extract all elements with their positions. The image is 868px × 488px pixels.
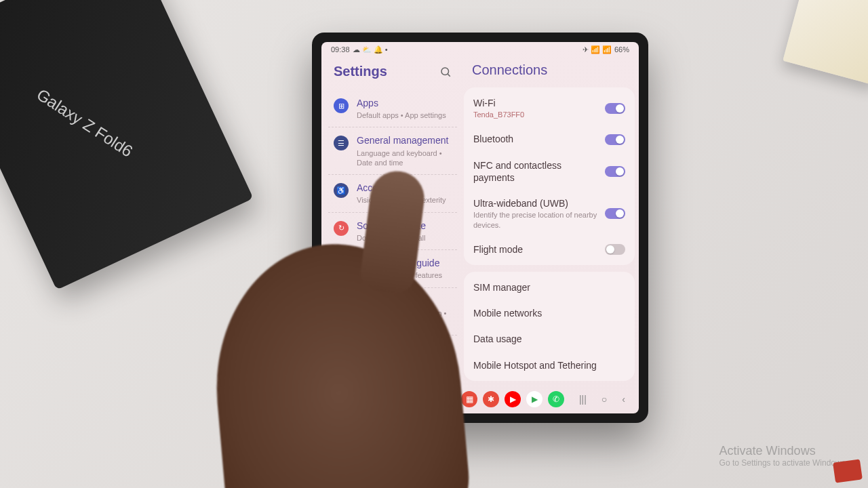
settings-label: Apps [357,97,452,109]
connections-card-2: SIM manager Mobile networks Data usage M… [464,272,635,381]
settings-sub: Default apps • App settings [357,110,452,120]
desk-object [783,0,868,85]
status-left: 09:38 ☁ ⛅ 🔔 • [331,45,388,54]
wifi-toggle[interactable] [605,103,625,114]
settings-label: General management [357,134,452,146]
conn-label: Ultra-wideband (UWB) [473,197,598,209]
general-icon: ☰ [334,136,349,150]
corner-badge-icon [833,459,863,483]
conn-item-nfc[interactable]: NFC and contactless payments [464,152,635,190]
search-icon[interactable] [439,66,452,78]
conn-label: SIM manager [473,281,530,293]
svg-line-1 [448,74,450,76]
settings-item-apps[interactable]: ⊞ Apps Default apps • App settings [328,90,457,127]
app-red-icon[interactable]: ▦ [461,391,477,407]
bluetooth-toggle[interactable] [605,134,625,145]
watermark-sub: Go to Settings to activate Windows. [719,458,848,468]
conn-item-mobile-networks[interactable]: Mobile networks [464,300,635,326]
box-label: Galaxy Z Fold6 [33,85,136,161]
app-star-icon[interactable]: ✱ [483,391,499,407]
settings-header: Settings [326,57,460,90]
nav-buttons: ||| ○ ‹ [579,394,625,405]
whatsapp-icon[interactable]: ✆ [548,391,564,407]
conn-item-sim[interactable]: SIM manager [464,274,635,300]
settings-item-general[interactable]: ☰ General management Language and keyboa… [328,127,457,175]
youtube-icon[interactable]: ▶ [505,391,521,407]
svg-point-0 [441,68,449,75]
flight-mode-toggle[interactable] [605,244,625,255]
conn-item-data-usage[interactable]: Data usage [464,326,635,352]
desk-product-box: Galaxy Z Fold6 [0,0,254,290]
playstore-icon[interactable]: ▶ [526,391,542,407]
conn-item-uwb[interactable]: Ultra-wideband (UWB) Identify the precis… [464,190,635,237]
windows-watermark: Activate Windows Go to Settings to activ… [719,444,848,468]
status-right: ✈ 📶 📶 66% [583,45,629,54]
status-time: 09:38 [331,45,350,54]
conn-label: Mobile Hotspot and Tethering [473,359,597,371]
conn-sub: Tenda_B73FF0 [473,110,598,119]
settings-sub: Language and keyboard • Date and time [357,148,452,168]
back-button[interactable]: ‹ [622,394,625,405]
status-battery: 66% [614,45,629,54]
nfc-toggle[interactable] [605,166,625,177]
conn-item-flight[interactable]: Flight mode [464,237,635,262]
update-icon: ↻ [334,221,349,236]
conn-label: Mobile networks [473,307,542,319]
conn-label: Bluetooth [473,133,598,145]
connections-title: Connections [472,62,627,78]
home-button[interactable]: ○ [601,394,607,405]
apps-icon: ⊞ [334,98,349,113]
connections-header: Connections [464,57,635,87]
conn-item-wifi[interactable]: Wi-Fi Tenda_B73FF0 [464,90,635,126]
conn-item-bluetooth[interactable]: Bluetooth [464,126,635,152]
conn-item-hotspot[interactable]: Mobile Hotspot and Tethering [464,352,635,378]
conn-label: Wi-Fi [473,97,598,109]
watermark-title: Activate Windows [719,444,848,458]
connections-card-1: Wi-Fi Tenda_B73FF0 Bluetooth NFC a [464,87,635,265]
conn-label: Flight mode [473,243,598,256]
status-icons-right: ✈ 📶 📶 [583,45,612,54]
connections-panel: Connections Wi-Fi Tenda_B73FF0 Bluetooth [464,57,635,385]
uwb-toggle[interactable] [605,208,625,219]
conn-label: NFC and contactless payments [473,159,598,184]
conn-label: Data usage [473,333,522,345]
conn-desc: Identify the precise location of nearby … [473,210,598,230]
status-icons-left: ☁ ⛅ 🔔 • [353,45,388,54]
status-bar: 09:38 ☁ ⛅ 🔔 • ✈ 📶 📶 66% [321,42,639,57]
recents-button[interactable]: ||| [579,394,587,405]
accessibility-icon: ♿ [334,183,349,198]
settings-title: Settings [334,64,387,79]
